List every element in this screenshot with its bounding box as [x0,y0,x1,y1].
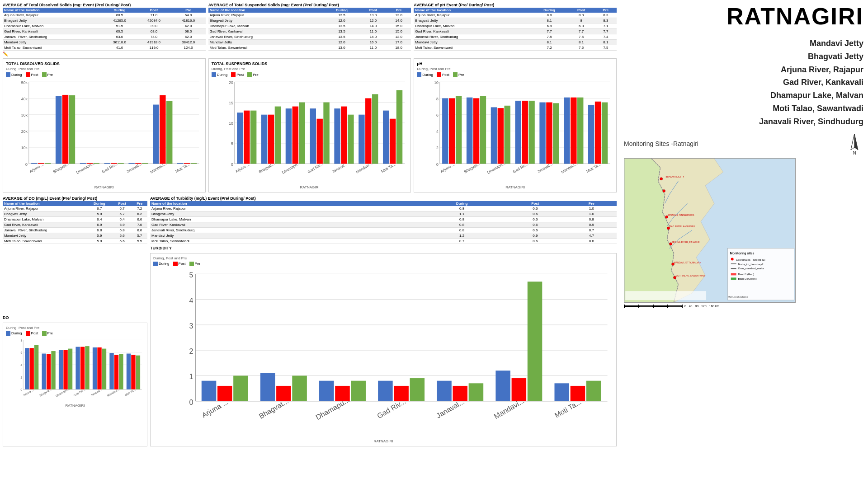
do-legend-pre: Pre [42,331,53,336]
svg-text:1: 1 [189,372,193,380]
turbidity-pre-color [189,262,194,266]
turbidity-post-color [173,262,178,266]
location-item: Bhagvati Jetty [624,50,863,63]
tds-pre-color [42,72,47,77]
svg-rect-156 [109,353,113,389]
map-title: Monitoring Sites -Ratnagiri [624,140,698,147]
svg-text:4: 4 [20,363,22,366]
svg-rect-196 [469,383,484,401]
tds-chart-footer: RATNAGIRI [6,185,203,189]
svg-rect-142 [51,351,55,389]
svg-rect-104 [491,107,497,164]
svg-rect-136 [25,348,29,389]
svg-text:Dhamape...: Dhamape... [75,161,95,175]
svg-rect-230 [731,268,736,269]
svg-rect-28 [118,163,123,164]
turbidity-legend-during: During [153,262,170,266]
turbidity-block: AVERAGE of Turbidity (mg/L) Event (Pre/ … [150,196,617,446]
do-chart-block: During, Post and Pre During Post Pre [3,323,147,446]
svg-rect-96 [442,98,448,164]
tds-col-location: Name of the location [3,8,102,13]
tds-section-title: AVERAGE of Total Dissolved Solids (mg: E… [3,3,131,7]
svg-text:Band 2 (Green): Band 2 (Green) [738,277,757,280]
svg-text:20: 20 [229,80,233,85]
tds-edit-icon[interactable]: ✏️ [3,52,206,56]
ph-pre-label: Pre [458,73,464,77]
svg-text:10k: 10k [21,145,28,150]
ph-col-post: Post [568,8,595,13]
turbidity-chart-subtitle: During, Post and Pre [153,256,613,260]
location-item: Dhamapur Lake, Malvan [624,89,863,102]
svg-rect-35 [160,95,165,164]
tss-pre-color [247,72,252,77]
svg-rect-112 [540,103,546,164]
svg-rect-120 [588,105,594,164]
svg-rect-56 [250,111,256,164]
tss-during-color [212,72,216,77]
svg-rect-152 [93,347,97,389]
svg-rect-63 [292,107,298,164]
tss-chart-legend: During Post Pre [212,72,408,77]
svg-rect-223 [625,291,706,300]
svg-rect-100 [467,98,472,164]
top-tables-row: AVERAGE of Total Dissolved Solids (mg: E… [3,3,617,56]
svg-rect-121 [595,102,601,164]
tds-table: Name of the location During Post Pre Arj… [3,8,206,51]
svg-rect-204 [586,380,601,401]
svg-text:Band 1 (Red): Band 1 (Red) [738,273,754,276]
tss-col-location: Name of the location [208,8,324,13]
svg-rect-30 [128,163,134,164]
turbidity-chart-svg: 012345Arjuna ...Bhagvat...Dhamapu...Gad … [153,268,613,437]
svg-point-226 [731,258,734,260]
svg-rect-71 [341,107,347,164]
svg-text:MOTI TALAO, SAWANTWADI: MOTI TALAO, SAWANTWADI [675,275,705,277]
do-col-location: Name of the location [3,201,86,206]
tds-during-label: During [11,73,22,77]
do-chart-footer: RATNAGIRI [6,404,144,408]
svg-rect-79 [390,119,396,164]
tds-chart-svg: 010k20k30k40k50kArjuna ...Bhagvat...Dham… [6,79,203,183]
ph-chart-legend: During Post Pre [417,72,613,77]
svg-text:JANAVALI, SINDHUDURG: JANAVALI, SINDHUDURG [668,214,694,216]
svg-rect-184 [292,375,307,401]
tss-chart-svg: 05101520Arjuna ...Bhagvat...Dhamape...Ga… [212,79,408,183]
turbidity-chart-legend: During Post Pre [153,262,613,266]
svg-point-216 [660,177,663,180]
scale-bar: 0 40 80 120 160 km [624,305,863,308]
svg-rect-59 [268,115,274,164]
do-during-color [6,331,10,336]
ph-table: Name of the location During Post Pre Arj… [414,8,617,51]
svg-rect-154 [102,348,106,389]
svg-rect-138 [34,345,38,389]
svg-text:0: 0 [20,388,22,391]
svg-rect-160 [127,353,131,389]
tds-post-color [26,72,30,77]
svg-text:2: 2 [20,376,22,379]
svg-rect-141 [47,354,51,389]
svg-rect-36 [166,101,172,164]
tds-during-color [6,72,10,77]
svg-text:Coordinates - Sheet3 (1): Coordinates - Sheet3 (1) [736,258,765,261]
svg-rect-62 [285,108,291,164]
svg-text:5: 5 [231,141,233,146]
turbidity-col-post: Post [504,201,566,206]
svg-text:0: 0 [231,162,233,167]
tds-col-during: During [102,8,137,13]
do-post-color [26,331,30,336]
turbidity-legend-post: Post [173,262,186,266]
svg-text:4: 4 [189,296,193,305]
location-item: Mandavi Jetty [624,37,863,50]
svg-text:0: 0 [436,162,439,167]
svg-rect-202 [554,383,569,401]
ph-chart-title: pH [417,61,613,66]
svg-rect-232 [731,273,736,275]
svg-text:GAD RIVER, KANKAVALI: GAD RIVER, KANKAVALI [670,225,695,228]
svg-rect-40 [191,163,197,164]
svg-rect-186 [319,380,334,401]
svg-rect-144 [59,350,63,389]
svg-rect-109 [522,101,528,164]
turbidity-chart-section-title: TURBIDITY [150,246,617,250]
tss-post-color [231,72,236,77]
svg-rect-118 [577,98,583,164]
svg-rect-148 [75,347,80,389]
